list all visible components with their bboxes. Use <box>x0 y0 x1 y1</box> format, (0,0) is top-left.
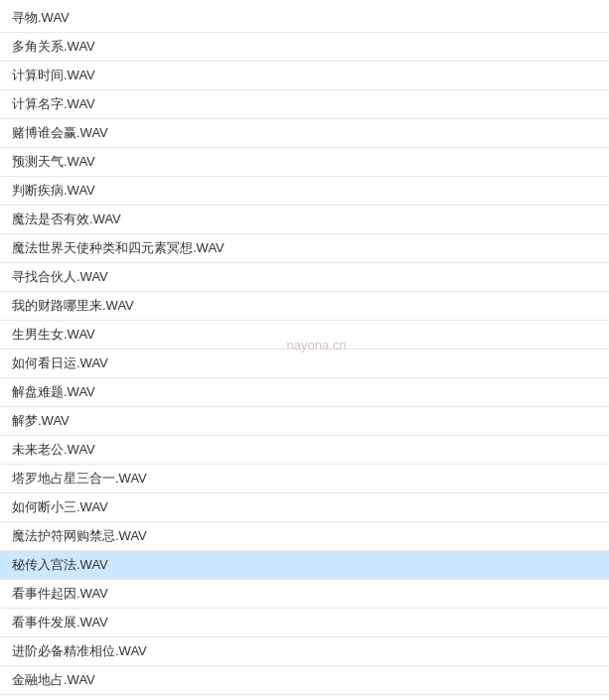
list-item-text: 塔罗地占星三合一.WAV <box>12 470 147 488</box>
list-item-text: 魔法护符网购禁忌.WAV <box>12 527 147 545</box>
list-item[interactable]: 看事件发展.WAV <box>0 609 609 637</box>
list-item-text: 寻找合伙人.WAV <box>12 268 108 286</box>
list-item[interactable]: 寻找合伙人.WAV <box>0 263 609 292</box>
list-item-text: 计算时间.WAV <box>12 67 95 84</box>
list-item-text: 魔法世界天使种类和四元素冥想.WAV <box>12 239 225 257</box>
list-item[interactable]: 我的财路哪里来.WAV <box>0 292 609 321</box>
list-item-text: 如何断小三.WAV <box>12 498 108 516</box>
list-item[interactable]: 寻物.WAV <box>0 4 609 33</box>
list-item-text: 多角关系.WAV <box>12 38 95 56</box>
list-item[interactable]: 生男生女.WAV <box>0 321 609 350</box>
list-item-text: 预测天气.WAV <box>12 153 95 171</box>
list-item[interactable]: 塔罗地占星三合一.WAV <box>0 465 609 493</box>
list-item[interactable]: 判断疾病.WAV <box>0 177 609 206</box>
list-item-text: 计算名字.WAV <box>12 95 95 113</box>
list-item[interactable]: 未来老公.WAV <box>0 436 609 465</box>
list-item-text: 看事件发展.WAV <box>12 614 108 631</box>
list-item[interactable]: 地占如何写星座运势.WAV <box>0 695 609 700</box>
list-item-text: 看事件起因.WAV <box>12 585 108 603</box>
list-item-text: 我的财路哪里来.WAV <box>12 297 134 315</box>
list-item[interactable]: 如何断小三.WAV <box>0 493 609 522</box>
list-item[interactable]: 计算名字.WAV <box>0 90 609 119</box>
list-item[interactable]: 魔法世界天使种类和四元素冥想.WAV <box>0 234 609 263</box>
list-item-text: 金融地占.WAV <box>12 671 95 689</box>
list-item[interactable]: 赌博谁会赢.WAV <box>0 119 609 148</box>
list-item-text: 未来老公.WAV <box>12 441 95 459</box>
list-item-text: 赌博谁会赢.WAV <box>12 124 108 142</box>
list-item[interactable]: 预测天气.WAV <box>0 148 609 177</box>
list-item-text: 判断疾病.WAV <box>12 182 95 200</box>
list-item-text: 魔法是否有效.WAV <box>12 210 121 228</box>
list-item[interactable]: 魔法是否有效.WAV <box>0 206 609 234</box>
list-item-text: 解梦.WAV <box>12 412 70 430</box>
list-item-text: 进阶必备精准相位.WAV <box>12 642 147 660</box>
list-item[interactable]: 魔法护符网购禁忌.WAV <box>0 522 609 551</box>
list-item[interactable]: 看事件起因.WAV <box>0 580 609 609</box>
list-item-text: 生男生女.WAV <box>12 326 95 344</box>
list-item[interactable]: 解盘难题.WAV <box>0 378 609 407</box>
list-item[interactable]: 多角关系.WAV <box>0 33 609 62</box>
list-item[interactable]: 金融地占.WAV <box>0 666 609 695</box>
list-item-text: 如何看日运.WAV <box>12 354 108 372</box>
list-item[interactable]: 解梦.WAV <box>0 407 609 436</box>
file-list: 寻物.WAV多角关系.WAV计算时间.WAV计算名字.WAV赌博谁会赢.WAV预… <box>0 0 609 700</box>
list-item-text: 秘传入宫法.WAV <box>12 556 108 574</box>
list-item[interactable]: 计算时间.WAV <box>0 62 609 90</box>
list-item-text: 解盘难题.WAV <box>12 383 95 401</box>
list-item[interactable]: 秘传入宫法.WAV <box>0 551 609 580</box>
list-item[interactable]: 进阶必备精准相位.WAV <box>0 637 609 666</box>
list-item[interactable]: 如何看日运.WAV <box>0 350 609 378</box>
list-item-text: 寻物.WAV <box>12 9 70 27</box>
